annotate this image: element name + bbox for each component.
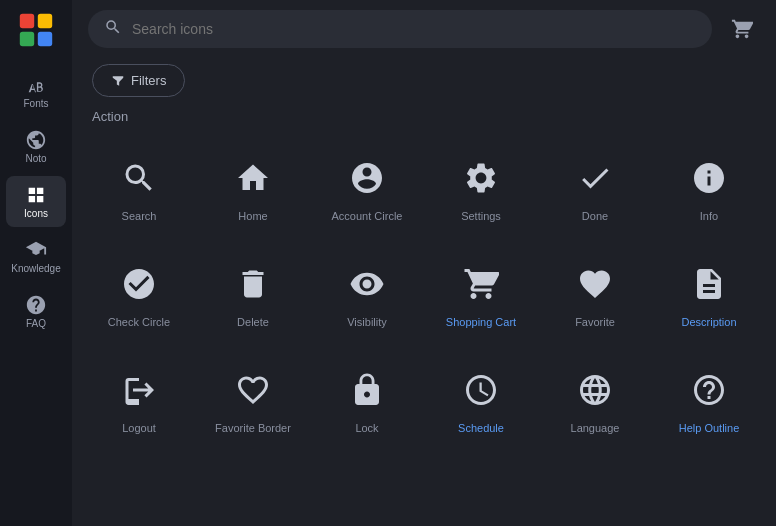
icon-label-help-outline: Help Outline — [679, 422, 740, 434]
globe-icon — [25, 129, 47, 151]
icons-grid: Search Home Account Circle Settings — [72, 136, 776, 454]
delete-glyph — [231, 262, 275, 306]
sidebar-item-knowledge-label: Knowledge — [11, 263, 60, 274]
language-glyph — [573, 368, 617, 412]
search-input[interactable] — [132, 21, 696, 37]
sidebar-item-noto-label: Noto — [25, 153, 46, 164]
icon-item-done[interactable]: Done — [538, 136, 652, 242]
icon-label-search: Search — [122, 210, 157, 222]
icon-label-schedule: Schedule — [458, 422, 504, 434]
icon-label-settings: Settings — [461, 210, 501, 222]
icon-label-visibility: Visibility — [347, 316, 387, 328]
svg-rect-3 — [38, 32, 52, 46]
icon-item-favorite[interactable]: Favorite — [538, 242, 652, 348]
icon-item-help-outline[interactable]: Help Outline — [652, 348, 766, 454]
favorite-glyph — [573, 262, 617, 306]
grid-icon — [25, 184, 47, 206]
filter-button[interactable]: Filters — [92, 64, 185, 97]
search-icon — [104, 18, 122, 40]
icon-label-home: Home — [238, 210, 267, 222]
icon-label-favorite: Favorite — [575, 316, 615, 328]
icon-item-account-circle[interactable]: Account Circle — [310, 136, 424, 242]
graduation-icon — [25, 239, 47, 261]
svg-rect-0 — [20, 14, 34, 28]
icon-label-logout: Logout — [122, 422, 156, 434]
fonts-icon — [25, 74, 47, 96]
icon-label-check-circle: Check Circle — [108, 316, 170, 328]
icon-item-search[interactable]: Search — [82, 136, 196, 242]
icon-item-lock[interactable]: Lock — [310, 348, 424, 454]
favorite-border-glyph — [231, 368, 275, 412]
schedule-glyph — [459, 368, 503, 412]
sidebar-item-fonts[interactable]: Fonts — [6, 66, 66, 117]
main-content: Filters Action Search Home Account Circl… — [72, 0, 776, 526]
icon-label-account-circle: Account Circle — [332, 210, 403, 222]
sidebar-item-icons-label: Icons — [24, 208, 48, 219]
icon-item-home[interactable]: Home — [196, 136, 310, 242]
check-circle-glyph — [117, 262, 161, 306]
icon-item-delete[interactable]: Delete — [196, 242, 310, 348]
settings-glyph — [459, 156, 503, 200]
topbar — [72, 0, 776, 58]
icon-label-description: Description — [681, 316, 736, 328]
icon-item-favorite-border[interactable]: Favorite Border — [196, 348, 310, 454]
icon-item-info[interactable]: Info — [652, 136, 766, 242]
sidebar: Fonts Noto Icons Knowledge — [0, 0, 72, 526]
info-glyph — [687, 156, 731, 200]
logout-glyph — [117, 368, 161, 412]
icon-label-shopping-cart: Shopping Cart — [446, 316, 516, 328]
search-glyph — [117, 156, 161, 200]
account-circle-glyph — [345, 156, 389, 200]
icon-item-visibility[interactable]: Visibility — [310, 242, 424, 348]
search-bar[interactable] — [88, 10, 712, 48]
icon-label-lock: Lock — [355, 422, 378, 434]
done-glyph — [573, 156, 617, 200]
icon-item-language[interactable]: Language — [538, 348, 652, 454]
icon-item-description[interactable]: Description — [652, 242, 766, 348]
icon-item-check-circle[interactable]: Check Circle — [82, 242, 196, 348]
svg-rect-2 — [20, 32, 34, 46]
sidebar-item-faq[interactable]: FAQ — [6, 286, 66, 337]
filter-button-label: Filters — [131, 73, 166, 88]
lock-glyph — [345, 368, 389, 412]
icon-label-favorite-border: Favorite Border — [215, 422, 291, 434]
icon-item-schedule[interactable]: Schedule — [424, 348, 538, 454]
visibility-glyph — [345, 262, 389, 306]
icon-item-settings[interactable]: Settings — [424, 136, 538, 242]
description-glyph — [687, 262, 731, 306]
section-title: Action — [72, 109, 776, 136]
sidebar-item-faq-label: FAQ — [26, 318, 46, 329]
icon-label-done: Done — [582, 210, 608, 222]
help-outline-glyph — [687, 368, 731, 412]
sidebar-item-noto[interactable]: Noto — [6, 121, 66, 172]
icon-label-delete: Delete — [237, 316, 269, 328]
logo — [18, 12, 54, 52]
icon-item-shopping-cart[interactable]: Shopping Cart — [424, 242, 538, 348]
home-glyph — [231, 156, 275, 200]
sidebar-item-fonts-label: Fonts — [23, 98, 48, 109]
filter-bar: Filters — [72, 58, 776, 109]
icon-item-logout[interactable]: Logout — [82, 348, 196, 454]
cart-icon[interactable] — [724, 11, 760, 47]
shopping-cart-glyph — [459, 262, 503, 306]
help-circle-icon — [25, 294, 47, 316]
sidebar-item-knowledge[interactable]: Knowledge — [6, 231, 66, 282]
sidebar-item-icons[interactable]: Icons — [6, 176, 66, 227]
icon-label-info: Info — [700, 210, 718, 222]
icon-label-language: Language — [571, 422, 620, 434]
svg-rect-1 — [38, 14, 52, 28]
